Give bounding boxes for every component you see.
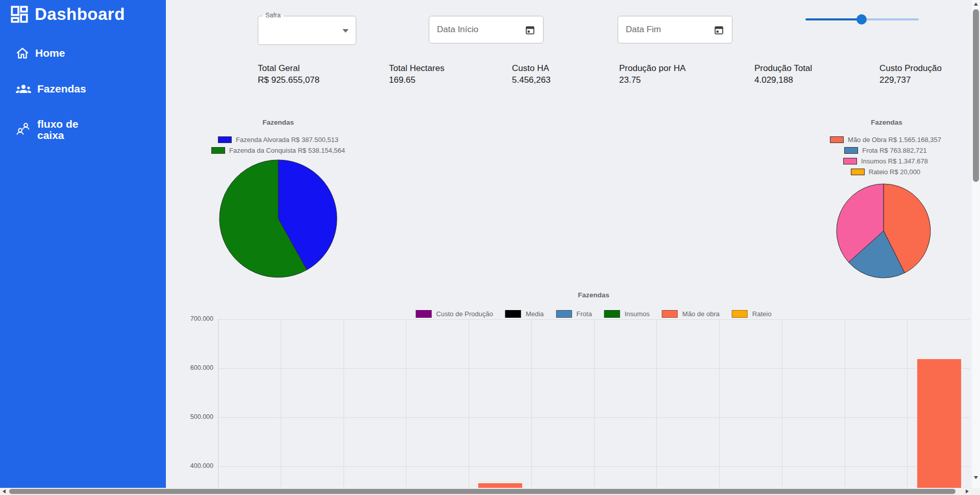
legend-swatch — [851, 169, 865, 175]
y-axis-tick-label: 500.000 — [166, 413, 213, 420]
legend-label: Custo de Produção — [436, 310, 493, 318]
dashboard-icon — [9, 4, 30, 25]
stat-total-hectares: Total Hectares 169.65 — [389, 62, 445, 86]
horizontal-scrollbar[interactable] — [0, 488, 980, 495]
stat-value: 4.029,188 — [754, 74, 812, 86]
sidebar-item-label: fluxo de caixa — [37, 119, 97, 141]
stat-label: Produção Total — [754, 62, 812, 74]
stat-label: Total Hectares — [389, 62, 445, 74]
main-content: Safra Data Início Data Fim — [166, 0, 972, 488]
scroll-left-arrow-icon[interactable] — [3, 489, 6, 493]
legend-swatch — [843, 158, 857, 164]
stat-value: R$ 925.655,078 — [258, 74, 320, 86]
data-inicio-placeholder: Data Início — [437, 25, 525, 35]
legend-item[interactable]: Frota — [556, 309, 592, 319]
gridline — [907, 319, 908, 488]
calendar-icon[interactable] — [525, 25, 535, 35]
stat-producao-total: Produção Total 4.029,188 — [754, 62, 812, 86]
sidebar-item-label: Fazendas — [37, 83, 86, 95]
stat-custo-ha: Custo HA 5.456,263 — [512, 62, 551, 86]
y-axis-tick-label: 700.000 — [166, 315, 213, 322]
y-axis-tick-label: 600.000 — [166, 364, 213, 371]
bar-chart-plot-area[interactable] — [218, 319, 970, 488]
gridline — [406, 319, 406, 488]
legend-item[interactable]: Frota R$ 763.882,721 — [844, 145, 926, 156]
calendar-icon[interactable] — [714, 25, 724, 35]
gridline — [531, 319, 532, 488]
stat-label: Custo Produção — [879, 62, 942, 74]
legend-item[interactable]: Insumos R$ 1.347.678 — [843, 156, 928, 167]
pie-right-legend: Mão de Obra R$ 1.565.168,357 Frota R$ 76… — [758, 134, 980, 177]
legend-item[interactable]: Fazenda Alvorada R$ 387.500,513 — [218, 134, 338, 145]
stat-total-geral: Total Geral R$ 925.655,078 — [258, 62, 320, 86]
horizontal-scrollbar-thumb[interactable] — [9, 489, 955, 494]
sidebar-item-label: Home — [35, 47, 65, 59]
stat-value: 169.65 — [389, 74, 445, 86]
gridline — [719, 319, 720, 488]
safra-select[interactable]: Safra — [258, 16, 356, 45]
legend-item[interactable]: Rateio R$ 20,000 — [851, 167, 920, 177]
sidebar-item-fazendas[interactable]: Fazendas — [15, 83, 86, 95]
home-icon — [15, 46, 30, 60]
cashflow-people-icon — [15, 122, 32, 137]
bar-mão-de-obra[interactable] — [478, 483, 523, 488]
pie-chart-fazendas-right[interactable] — [836, 183, 932, 279]
slider-fill — [805, 18, 862, 20]
gridline — [218, 319, 970, 320]
legend-item[interactable]: Fazenda da Conquista R$ 538.154,564 — [211, 145, 345, 156]
stat-label: Produção por HA — [619, 62, 685, 74]
gridline — [218, 368, 970, 369]
legend-label: Insumos — [625, 310, 650, 318]
sidebar: Dashboard Home Fazendas — [0, 0, 166, 488]
data-inicio-input[interactable]: Data Início — [429, 16, 544, 43]
sidebar-item-home[interactable]: Home — [15, 46, 65, 60]
stat-value: 229,737 — [879, 74, 942, 86]
stat-value: 5.456,263 — [512, 74, 551, 86]
scroll-down-arrow-icon[interactable] — [974, 476, 978, 479]
scroll-right-arrow-icon[interactable] — [966, 489, 969, 493]
legend-label: Fazenda Alvorada R$ 387.500,513 — [236, 136, 338, 144]
stat-label: Custo HA — [512, 62, 551, 74]
legend-swatch — [662, 310, 678, 318]
legend-swatch — [556, 310, 572, 318]
y-axis-tick-label: 400.000 — [166, 462, 213, 469]
bar-chart-legend: Custo de Produção Media Frota Insumos Mã… — [416, 309, 772, 319]
bar-chart-title: Fazendas — [578, 291, 609, 299]
date-range-slider[interactable] — [805, 14, 919, 25]
gridline — [845, 319, 845, 488]
slider-thumb[interactable] — [856, 14, 867, 25]
scroll-up-arrow-icon[interactable] — [974, 3, 978, 6]
legend-swatch — [218, 136, 232, 143]
legend-item[interactable]: Media — [505, 309, 544, 319]
vertical-scrollbar-thumb[interactable] — [973, 9, 979, 182]
legend-label: Rateio — [752, 310, 772, 318]
stat-producao-por-ha: Produção por HA 23.75 — [619, 62, 685, 86]
legend-label: Frota R$ 763.882,721 — [862, 147, 926, 154]
legend-item[interactable]: Mão de obra — [662, 309, 720, 319]
legend-item[interactable]: Rateio — [732, 309, 772, 319]
pie-left-legend: Fazenda Alvorada R$ 387.500,513 Fazenda … — [166, 134, 390, 156]
vertical-scrollbar[interactable] — [972, 0, 980, 488]
pie-fazendas-right-title: Fazendas — [871, 119, 902, 126]
stat-label: Total Geral — [258, 62, 320, 74]
legend-item[interactable]: Insumos — [604, 309, 650, 319]
legend-label: Mão de obra — [682, 310, 720, 318]
gridline — [281, 319, 281, 488]
legend-label: Media — [526, 310, 544, 318]
sidebar-item-fluxo-de-caixa[interactable]: fluxo de caixa — [15, 119, 97, 141]
bar-mão-de-obra[interactable] — [917, 359, 962, 488]
legend-label: Rateio R$ 20,000 — [869, 168, 920, 176]
legend-label: Fazenda da Conquista R$ 538.154,564 — [229, 147, 345, 154]
stat-custo-producao: Custo Produção 229,737 — [879, 62, 942, 86]
data-fim-input[interactable]: Data Fim — [618, 16, 732, 43]
legend-swatch — [416, 310, 432, 318]
legend-swatch — [844, 147, 858, 154]
pie-chart-fazendas-left[interactable] — [217, 157, 339, 280]
gridline — [469, 319, 469, 488]
stat-value: 23.75 — [619, 74, 685, 86]
legend-swatch — [830, 136, 844, 143]
legend-swatch — [732, 310, 748, 318]
sidebar-header: Dashboard — [9, 4, 125, 25]
legend-item[interactable]: Mão de Obra R$ 1.565.168,357 — [830, 134, 941, 145]
legend-item[interactable]: Custo de Produção — [416, 309, 493, 319]
